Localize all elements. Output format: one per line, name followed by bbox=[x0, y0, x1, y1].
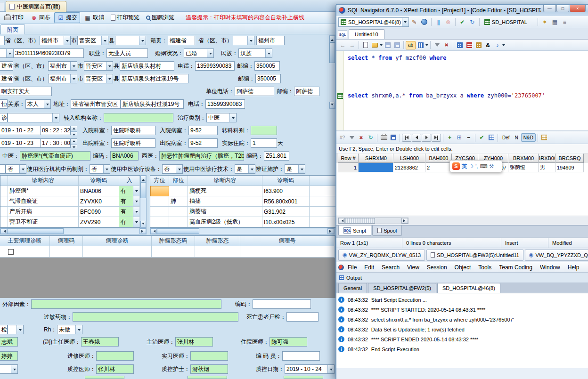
coder-field[interactable] bbox=[282, 351, 320, 361]
refresh-icon[interactable]: ↻ bbox=[468, 18, 477, 26]
tab-spool[interactable]: Spool bbox=[372, 226, 402, 236]
cell[interactable]: 有 bbox=[119, 207, 140, 217]
grid-view-icon[interactable] bbox=[487, 133, 496, 142]
addr1-city-select[interactable]: 晋安区 bbox=[84, 61, 113, 71]
prev-row-button[interactable] bbox=[412, 134, 421, 142]
cancel-button[interactable]: ▦ 取消 bbox=[81, 12, 107, 23]
pause-icon[interactable]: ∥ bbox=[434, 18, 443, 26]
dropdown-arrow-icon[interactable] bbox=[380, 44, 383, 48]
col-header[interactable]: 诊断内容 bbox=[188, 176, 262, 186]
col-header[interactable]: 入 bbox=[119, 176, 140, 186]
cut-province-field[interactable]: 建省 bbox=[0, 74, 13, 83]
addr2-city-select[interactable]: 晋安区 bbox=[84, 74, 113, 83]
append-row-icon[interactable]: ⊞ bbox=[455, 133, 464, 142]
cell[interactable] bbox=[150, 217, 169, 227]
menu-file[interactable]: File bbox=[344, 264, 360, 271]
tcm-code-field[interactable]: BNA006 bbox=[110, 151, 139, 161]
cell[interactable]: 营卫不和证 bbox=[8, 217, 79, 227]
allergy-field[interactable] bbox=[73, 312, 238, 322]
nation-select[interactable]: 汉族 bbox=[238, 48, 272, 58]
tab-script[interactable]: SQLScript bbox=[338, 226, 371, 236]
dropdown-arrow-icon[interactable] bbox=[19, 165, 26, 173]
dropdown-arrow-icon[interactable] bbox=[133, 207, 139, 217]
dropdown-arrow-icon[interactable] bbox=[327, 365, 334, 373]
col-header[interactable]: 诊断码 bbox=[79, 176, 119, 186]
contact-phone-field[interactable]: 13599390083 bbox=[205, 99, 245, 109]
highlight-search-toggle[interactable]: ab bbox=[406, 41, 416, 49]
dropdown-arrow-icon[interactable] bbox=[425, 44, 428, 48]
grid-save-icon[interactable] bbox=[389, 133, 398, 142]
qc-date-select[interactable]: 2019 - 10 - 24 bbox=[285, 364, 335, 374]
menu-object[interactable]: Object bbox=[451, 264, 475, 271]
job-field[interactable]: 无业人员 bbox=[106, 48, 148, 58]
addr2-province-select[interactable]: 福州市 bbox=[48, 74, 77, 83]
flag-select[interactable]: 否 bbox=[6, 164, 26, 174]
window-list-icon[interactable]: ▦ bbox=[550, 18, 559, 26]
browser-icon[interactable] bbox=[420, 18, 429, 26]
qc-nurse-field[interactable]: 游秋烟 bbox=[190, 364, 228, 374]
dropdown-arrow-icon[interactable] bbox=[248, 165, 255, 173]
dropdown-arrow-icon[interactable] bbox=[70, 74, 77, 83]
intern-doctor-field[interactable] bbox=[190, 351, 228, 361]
delete-row-icon[interactable]: − bbox=[464, 133, 473, 142]
row-number-cell[interactable]: 1 bbox=[338, 163, 359, 172]
print-preview-button[interactable]: 打印预览 bbox=[108, 12, 142, 23]
col-header[interactable]: BRXB00 bbox=[539, 153, 555, 163]
code-editor[interactable]: select * from yf_mzcf00 where select shr… bbox=[336, 51, 588, 131]
marriage-select[interactable]: 已婚 bbox=[184, 48, 214, 58]
resident-doctor-field[interactable]: 陈可强 bbox=[270, 337, 307, 347]
col-header[interactable]: Row # bbox=[338, 153, 359, 163]
dropdown-arrow-icon[interactable] bbox=[75, 325, 82, 334]
native-province-select[interactable] bbox=[233, 36, 254, 45]
dropdown-arrow-icon[interactable] bbox=[52, 113, 59, 122]
treat-type-select[interactable]: 中医 bbox=[206, 113, 237, 122]
first-row-button[interactable] bbox=[402, 134, 411, 142]
ime-keyboard-icon[interactable]: ⌨ bbox=[480, 163, 487, 169]
title-bar[interactable]: SQL Navigator 6.7.0 - XPert Edition - [P… bbox=[336, 5, 588, 16]
cell[interactable]: 气滞血瘀证 bbox=[8, 196, 79, 207]
cell[interactable] bbox=[169, 207, 188, 217]
cell[interactable] bbox=[150, 196, 169, 207]
col-header[interactable]: 病理诊断 bbox=[83, 236, 152, 246]
cell[interactable]: 高血压病2级（低危） bbox=[188, 217, 262, 227]
relation-select[interactable]: 本人 bbox=[25, 99, 51, 109]
unit-zip-field[interactable]: 阿萨德 bbox=[294, 87, 319, 96]
addr1-province-select[interactable]: 福州市 bbox=[48, 61, 77, 71]
col-header[interactable] bbox=[0, 176, 8, 186]
menu-view[interactable]: View bbox=[403, 264, 423, 271]
insert-row-icon[interactable]: + bbox=[445, 133, 454, 142]
transfer-org-field[interactable] bbox=[104, 113, 173, 122]
clear-filter-icon[interactable]: ✖ bbox=[442, 41, 451, 49]
doc-tab-view-1[interactable]: ◉VW_ZY_RQDMX_DLYW_0513 bbox=[338, 250, 425, 261]
wm-code-field[interactable]: Z51.801 bbox=[264, 151, 289, 161]
care-select[interactable]: 是 bbox=[285, 164, 305, 174]
col-header[interactable]: 诊断内容 bbox=[8, 176, 79, 186]
cell[interactable]: ZVV290 bbox=[79, 217, 119, 227]
cut-field[interactable]: 诊 bbox=[0, 113, 8, 122]
rh-select[interactable]: 未做 bbox=[57, 325, 82, 334]
cell[interactable]: 产后开病 bbox=[8, 207, 79, 217]
col-header[interactable]: BRXM00 bbox=[508, 153, 539, 163]
cell[interactable] bbox=[195, 246, 240, 258]
edit-session-icon[interactable]: ✎ bbox=[410, 18, 419, 26]
menu-edit[interactable]: Edit bbox=[360, 264, 378, 271]
birth-province-select[interactable]: 福州市 bbox=[40, 36, 71, 45]
tab-attachment-page[interactable]: 附页 bbox=[0, 24, 25, 34]
unit-phone-field[interactable]: 阿萨德 bbox=[235, 87, 274, 96]
herb-select[interactable]: 否 bbox=[90, 164, 110, 174]
dropdown-arrow-icon[interactable] bbox=[139, 36, 146, 45]
addr2-zip-field[interactable]: 350005 bbox=[255, 74, 281, 83]
addr1-phone-field[interactable]: 13599390083 bbox=[195, 61, 235, 71]
attending-doctor-field[interactable]: 张川林 bbox=[175, 337, 213, 347]
admit-ward-field[interactable]: 9-52 bbox=[188, 126, 218, 135]
grid-options-icon[interactable] bbox=[540, 133, 549, 142]
transfer-dept-field[interactable] bbox=[251, 126, 277, 135]
addr1-street-field[interactable]: 新店镇泉头村村 bbox=[120, 61, 174, 71]
menu-search[interactable]: Search bbox=[378, 264, 403, 271]
cut-green-field[interactable]: 婷婷 bbox=[0, 351, 18, 361]
dropdown-arrow-icon[interactable] bbox=[106, 74, 113, 83]
dropdown-arrow-icon[interactable] bbox=[207, 49, 213, 57]
contact-address-field-1[interactable]: 谨省福州市晋安区 bbox=[71, 99, 121, 109]
dropdown-arrow-icon[interactable] bbox=[106, 62, 113, 70]
menu-session[interactable]: Session bbox=[423, 264, 451, 271]
